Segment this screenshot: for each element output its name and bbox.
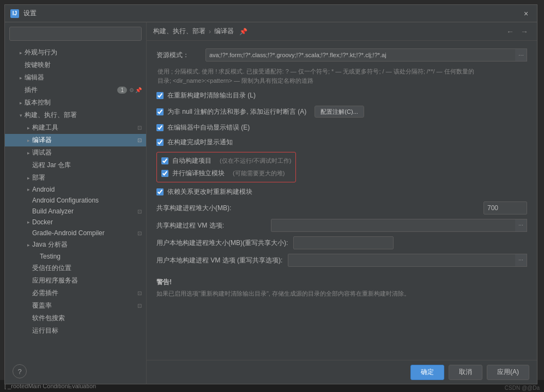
user-heap-label: 用户本地构建进程堆大小(MB)(重写共享大小): [156,238,288,248]
resource-mode-input[interactable] [205,48,527,62]
arrow-icon [25,137,32,144]
shared-heap-input[interactable] [483,201,527,215]
user-vm-expand-button[interactable]: ⋯ [515,254,527,267]
checkbox-rebuild-deps[interactable] [156,188,164,195]
sidebar-item-label: Gradle-Android Compiler [32,229,136,237]
sidebar-item-build[interactable]: 构建、执行、部署 [5,109,146,121]
sidebar: 外观与行为 按键映射 编辑器 插件 1 ⚙ 📌 [5,22,147,384]
close-button[interactable]: × [521,8,531,19]
user-vm-input[interactable] [288,254,527,267]
sidebar-item-app-servers[interactable]: 应用程序服务器 [5,274,146,287]
checkbox-parallel-compile[interactable] [161,170,168,177]
sidebar-item-label: 编译器 [32,136,136,145]
checkbox-row-show-errors: 在编辑器中自动显示错误 (E) [156,122,527,133]
shared-vm-input[interactable] [271,219,527,232]
checkbox-show-errors[interactable] [156,124,164,131]
cancel-button[interactable]: 取消 [449,365,482,380]
arrow-icon [17,99,25,107]
checkbox-row-clear-output: 在重新构建时清除输出目录 (L) [156,90,527,101]
sidebar-item-label: Build Analyzer [32,207,136,215]
sidebar-item-editor[interactable]: 编辑器 [5,71,146,84]
expand-icon: ⊡ [137,125,142,131]
arrow-icon [25,218,32,226]
resource-mode-expand-button[interactable]: ⋯ [515,48,527,62]
sidebar-item-android[interactable]: Android [5,184,146,195]
configure-annotations-button[interactable]: 配置注解(C)... [315,106,364,118]
sidebar-item-label: Android [32,186,142,193]
sidebar-item-label: 版本控制 [25,98,142,107]
back-button[interactable]: ← [504,26,516,38]
sidebar-item-build-analyzer[interactable]: Build Analyzer ⊡ [5,206,146,217]
ok-button[interactable]: 确定 [410,365,444,380]
sidebar-item-run-targets[interactable]: 运行目标 [5,324,146,337]
sidebar-item-compiler[interactable]: 编译器 ⊡ [5,134,146,146]
apply-button[interactable]: 应用(A) [487,365,529,380]
sidebar-item-docker[interactable]: Docker [5,217,146,228]
breadcrumb-pin: 📌 [239,28,247,35]
sidebar-item-plugins[interactable]: 插件 1 ⚙ 📌 [5,84,146,96]
sidebar-item-label: 按键映射 [25,60,142,70]
checkbox-label-rebuild-deps: 依赖关系更改时重新构建模块 [167,187,252,197]
warning-title: 警告! [156,278,527,287]
checkbox-row-auto-build: 自动构建项目 (仅在不运行/不调试时工作) [161,156,291,166]
sidebar-item-java-profiler[interactable]: Java 分析器 [5,238,146,251]
sidebar-item-trusted-locations[interactable]: 受信任的位置 [5,262,146,274]
shared-vm-label: 共享构建过程 VM 选项: [156,221,265,230]
sidebar-item-coverage[interactable]: 覆盖率 ⊡ [5,299,146,312]
sidebar-item-build-tools[interactable]: 构建工具 ⊡ [5,121,146,134]
checkbox-row-null-assertions: 为非 null 注解的方法和形参, 添加运行时断言 (A) 配置注解(C)... [156,105,527,118]
sidebar-item-debugger[interactable]: 调试器 [5,146,146,159]
settings-dialog: IJ 设置 × 外观与行为 按键映射 [4,4,537,384]
sidebar-item-deploy[interactable]: 部署 [5,171,146,184]
checkbox-label-parallel-compile: 并行编译独立模块 [172,169,225,178]
user-heap-input[interactable] [293,236,394,249]
sidebar-item-label: 应用程序服务器 [32,276,142,285]
checkbox-label-clear-output: 在重新构建时清除输出目录 (L) [167,91,256,100]
expand-icon: ⊡ [137,303,142,309]
checkbox-null-assertions[interactable] [156,108,164,115]
auto-build-note: (仅在不运行/不调试时工作) [220,157,291,165]
sidebar-item-remote-jar[interactable]: 远程 Jar 仓库 [5,159,146,171]
sidebar-item-required-plugins[interactable]: 必需插件 ⊡ [5,287,146,299]
sidebar-item-label: 外观与行为 [25,48,142,57]
sidebar-item-android-configs[interactable]: Android Configurations [5,195,146,206]
sidebar-item-package-search[interactable]: 软件包搜索 [5,312,146,324]
checkbox-row-rebuild-deps: 依赖关系更改时重新构建模块 [156,187,527,197]
checkbox-clear-output[interactable] [156,92,164,99]
expand-icon: ⊡ [137,290,142,296]
hint-text: 使用 ; 分隔模式. 使用 ! 求反模式. 已接受通配符: ? — 仅一个符号;… [156,67,527,85]
sidebar-item-appearance[interactable]: 外观与行为 [5,46,146,59]
arrow-icon [25,241,32,249]
sidebar-item-vcs[interactable]: 版本控制 [5,96,146,109]
window-title: 设置 [23,9,521,18]
sidebar-item-label: 编辑器 [25,73,142,82]
warning-text: 如果已启用选项"重新构建时清除输出目录", 存储生成源的目录的全部内容将在重新构… [156,289,527,299]
checkbox-row-parallel-compile: 并行编译独立模块 (可能需要更大的堆) [161,168,291,179]
sidebar-item-label: 必需插件 [32,289,136,298]
search-box[interactable] [9,27,142,41]
forward-button[interactable]: → [518,26,530,38]
user-vm-row: 用户本地构建进程 VM 选项 (重写共享选项): ⋯ [156,254,527,267]
help-button[interactable]: ? [13,364,27,378]
arrow-icon [17,49,25,57]
sidebar-item-label: 调试器 [32,148,142,157]
settings-content: 资源模式： ⋯ 使用 ; 分隔模式. 使用 ! 求反模式. 已接受通配符: ? … [147,41,537,360]
sidebar-item-testing[interactable]: Testing [5,251,146,262]
checkbox-build-notification[interactable] [156,139,164,146]
sidebar-item-keymap[interactable]: 按键映射 [5,59,146,71]
arrow-icon [17,74,25,82]
checkbox-auto-build[interactable] [161,157,168,164]
expand-icon: ⊡ [137,230,142,236]
resource-mode-row: 资源模式： ⋯ [156,48,527,62]
breadcrumb-part1: 构建、执行、部署 [153,27,205,36]
shared-vm-expand-button[interactable]: ⋯ [515,219,527,232]
sidebar-item-gradle-android[interactable]: Gradle-Android Compiler ⊡ [5,228,146,238]
sidebar-item-label: 构建、执行、部署 [25,111,142,120]
right-panel: 构建、执行、部署 › 编译器 📌 ← → 资源模式： ⋯ [147,22,537,384]
resource-mode-label: 资源模式： [156,48,200,60]
user-heap-input-container [293,236,359,249]
sidebar-tree: 外观与行为 按键映射 编辑器 插件 1 ⚙ 📌 [5,45,146,384]
arrow-icon [25,186,32,193]
title-bar: IJ 设置 × [5,5,537,22]
search-input[interactable] [13,30,138,38]
